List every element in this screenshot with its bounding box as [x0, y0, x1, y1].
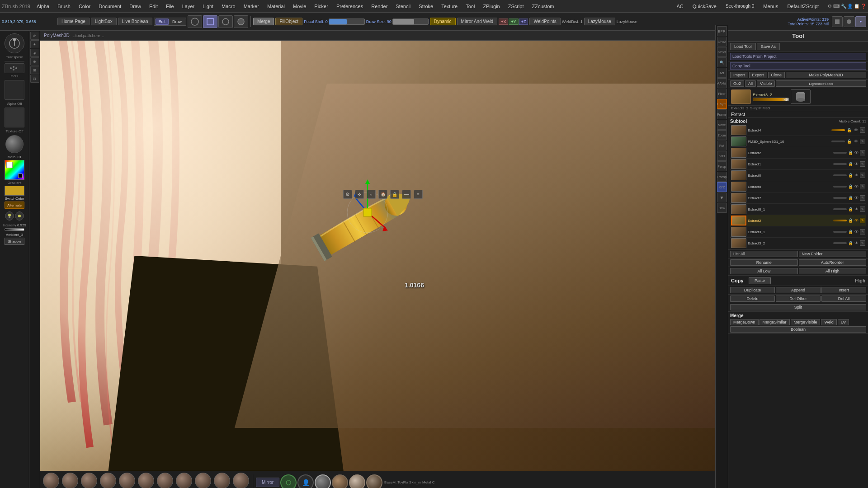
aahal-btn[interactable]: AAHal — [717, 78, 727, 88]
subtool-edit-e8-1[interactable]: ✎ — [860, 206, 865, 212]
sym-btn-ri[interactable]: L.Sym — [717, 99, 727, 109]
save-as-button[interactable]: Save As — [757, 43, 780, 50]
transp-btn[interactable]: Transp — [717, 172, 727, 182]
menu-brush[interactable]: Brush — [54, 3, 74, 10]
subtool-eye-e32[interactable]: 👁 — [854, 241, 859, 245]
lazy-mouse-button[interactable]: LazyMouse — [584, 18, 615, 25]
subtool-lock-e7[interactable]: 🔒 — [848, 196, 853, 200]
subtool-lock-e8-1[interactable]: 🔒 — [848, 207, 853, 211]
subtool-eye-2t[interactable]: 👁 — [854, 150, 859, 155]
nav-icon-2[interactable]: 👤 — [297, 474, 314, 488]
append-button[interactable]: Append — [776, 287, 821, 293]
intensity-slider[interactable] — [5, 228, 24, 231]
bottom-material-2[interactable] — [332, 474, 348, 488]
menu-layer[interactable]: Layer — [179, 3, 198, 10]
menu-tool[interactable]: Tool — [462, 3, 478, 10]
merge-button[interactable]: Merge — [253, 18, 274, 25]
subtool-lock-pm3d[interactable]: 🔒 — [846, 139, 852, 144]
edit-button[interactable]: Edit — [156, 19, 169, 25]
mode-icon-1[interactable] — [832, 16, 843, 27]
all-low-button[interactable]: All Low — [730, 268, 798, 274]
transpose-tool[interactable] — [5, 33, 24, 53]
dow2-btn[interactable]: Dow — [717, 203, 727, 213]
subtool-eye-extract4[interactable]: 👁 — [853, 127, 859, 133]
vp-extra-icon[interactable]: ≡ — [414, 190, 423, 199]
list-all-button[interactable]: List All — [730, 251, 798, 257]
lt-btn-2[interactable]: ✦ — [30, 40, 39, 48]
insert-button[interactable]: Insert — [821, 287, 866, 293]
menu-marker[interactable]: Marker — [240, 3, 263, 10]
subtool-edit-e31[interactable]: ✎ — [860, 229, 865, 235]
menu-preferences[interactable]: Preferences — [333, 3, 367, 10]
viewport[interactable]: ⚙ ✛ ⌂ 🏠 🔒 — ≡ 1.0166 — [40, 41, 728, 471]
dynamic-button[interactable]: Dynamic — [430, 18, 456, 25]
lt-btn-1[interactable]: ⟳ — [30, 32, 39, 40]
brush-item-pinch[interactable]: Pinch — [80, 473, 98, 488]
brush-item-alpha[interactable]: Alpha — [232, 473, 250, 488]
subtool-edit-e1[interactable]: ✎ — [860, 161, 865, 167]
subtool-eye-e1[interactable]: 👁 — [854, 162, 859, 166]
menu-alpha[interactable]: Alpha — [33, 3, 53, 10]
subtool-edit-2t[interactable]: ✎ — [860, 150, 865, 155]
vp-settings-icon[interactable]: ⚙ — [343, 190, 352, 199]
subtool-slider-extract2-top[interactable] — [833, 152, 847, 154]
paste-button[interactable]: Paste — [749, 277, 771, 284]
spi2-btn[interactable]: SPix2 — [717, 37, 727, 47]
subtool-item-extract4[interactable]: Extract4 🔒 👁 ✎ — [730, 125, 866, 136]
color-picker-area[interactable] — [5, 160, 24, 180]
menu-defaultzscript[interactable]: DefaultZScript — [783, 3, 822, 10]
persp-btn[interactable]: Persp — [717, 161, 727, 171]
focal-shift-slider[interactable] — [329, 19, 365, 25]
vp-minus-icon[interactable]: — — [402, 190, 411, 199]
nav-icon-1[interactable]: ⬡ — [280, 474, 297, 488]
subtool-eye-e8[interactable]: 👁 — [854, 184, 859, 189]
load-tool-button[interactable]: Load Tool — [730, 43, 756, 50]
subtool-edit-pm3d[interactable]: ✎ — [860, 139, 865, 144]
brush-item-orb[interactable]: Orb_Cr — [175, 473, 193, 488]
subtool-lock-e8[interactable]: 🔒 — [848, 184, 853, 189]
mode-icon-3[interactable]: ● — [855, 16, 866, 27]
subtool-slider-e1[interactable] — [833, 163, 847, 165]
menu-menus[interactable]: Menus — [760, 3, 782, 10]
menu-edit[interactable]: Edit — [146, 3, 161, 10]
subtool-lock-e32[interactable]: 🔒 — [848, 241, 853, 245]
move-btn[interactable]: Move — [717, 120, 727, 130]
vp-cursor-icon[interactable]: ✛ — [355, 190, 364, 199]
bottom-material-3[interactable] — [349, 474, 365, 488]
menu-document[interactable]: Document — [95, 3, 125, 10]
split-button[interactable]: Split — [730, 304, 866, 310]
subtool-item-pm3d[interactable]: PM3D_Sphere3D1_10 🔒 👁 ✎ — [730, 136, 866, 147]
bottom-material-4[interactable] — [366, 474, 382, 488]
subtool-slider-e8[interactable] — [833, 186, 847, 188]
subtool-eye-e0[interactable]: 👁 — [854, 173, 859, 178]
live-boolean-button[interactable]: Live Boolean — [118, 18, 152, 25]
brush-shape-3[interactable] — [218, 15, 233, 28]
actual-btn[interactable]: Act — [717, 68, 727, 78]
subtool-item-extract8-1[interactable]: Extract8_1 🔒 👁 ✎ — [730, 204, 866, 215]
shadow-button[interactable]: Shadow — [5, 238, 24, 245]
load-tools-from-project-button[interactable]: Load Tools From Project — [730, 53, 866, 60]
subtool-eye-e8-1[interactable]: 👁 — [854, 207, 859, 211]
subtool-item-extract3-2[interactable]: Extract3_2 🔒 👁 ✎ — [730, 238, 866, 249]
menu-zzcustom[interactable]: ZZcustom — [528, 3, 558, 10]
brush-item-zmodel[interactable]: ZModel — [156, 473, 174, 488]
subtool-lock-e0[interactable]: 🔒 — [848, 173, 853, 178]
brush-item-stich[interactable]: stich_bi — [42, 473, 60, 488]
texture-preview[interactable] — [5, 108, 24, 127]
subtool-eye-pm3d[interactable]: 👁 — [853, 139, 859, 144]
lt-btn-5[interactable]: ⊞ — [30, 66, 39, 74]
rename-button[interactable]: Rename — [730, 259, 798, 266]
lightbox-tools-button[interactable]: Lightbox>Tools — [776, 80, 866, 87]
subtool-lock-e31[interactable]: 🔒 — [848, 230, 853, 234]
floor-btn[interactable]: Floor — [717, 89, 727, 99]
zoom-btn[interactable]: 🔍 — [717, 57, 727, 67]
spi3-btn[interactable]: SPix3 — [717, 47, 727, 57]
subtool-item-extract7[interactable]: Extract7 🔒 👁 ✎ — [730, 192, 866, 204]
menu-movie[interactable]: Movie — [289, 3, 310, 10]
subtool-slider-e32[interactable] — [833, 242, 847, 244]
boolean-button[interactable]: Boolean — [730, 326, 866, 333]
menu-zplugin[interactable]: ZPlugin — [479, 3, 503, 10]
delete-button[interactable]: Delete — [730, 296, 775, 302]
menu-zscript[interactable]: ZScript — [505, 3, 528, 10]
lt-btn-4[interactable]: ⊕ — [30, 57, 39, 66]
